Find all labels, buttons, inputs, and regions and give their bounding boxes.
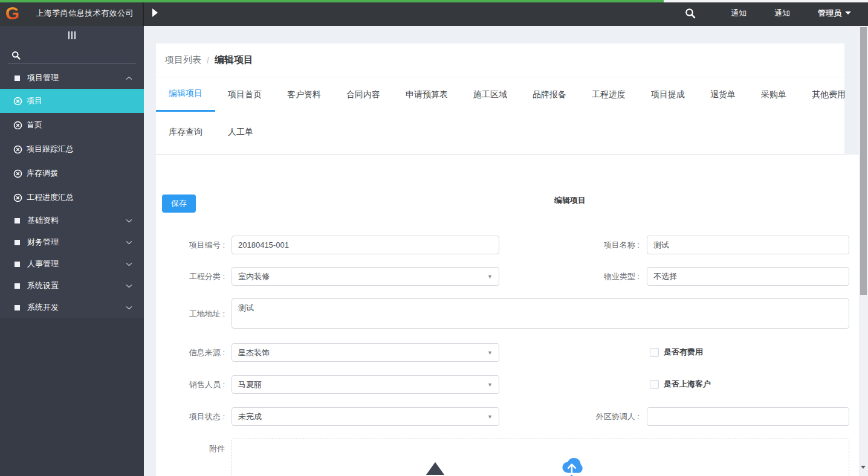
tab-project-commission[interactable]: 项目提成 (638, 77, 698, 112)
tab-other-fees[interactable]: 其他费用 (799, 77, 858, 112)
user-menu[interactable]: 管理员 (818, 8, 851, 19)
tab-brand-filing[interactable]: 品牌报备 (520, 77, 579, 112)
circle-x-icon (13, 97, 22, 106)
property-type-label: 物业类型 : (572, 267, 640, 286)
brand-area[interactable]: G 上海季尚信息技术有效公司 (0, 0, 144, 26)
tab-construction-area[interactable]: 施工区域 (461, 77, 520, 112)
checkbox-icon (650, 348, 659, 357)
tab-project-progress[interactable]: 工程进度 (579, 77, 638, 112)
sidebar-expand-play-icon[interactable] (152, 8, 158, 17)
tab-project-home[interactable]: 项目首页 (215, 77, 274, 112)
sidebar-item-label: 库存调拨 (27, 168, 58, 179)
sales-person-label: 销售人员 : (156, 375, 225, 394)
tab-edit-project[interactable]: 编辑项目 (156, 77, 215, 112)
sidebar-section-system-development[interactable]: 系统开发 (0, 297, 144, 318)
breadcrumb-parent[interactable]: 项目列表 (165, 54, 201, 66)
chevron-down-icon (126, 219, 132, 223)
info-source-value: 星杰装饰 (238, 347, 487, 358)
tab-labor-order[interactable]: 人工单 (215, 112, 266, 155)
chevron-down-icon: ▼ (487, 414, 493, 420)
project-name-label: 项目名称 : (572, 236, 640, 254)
user-menu-label: 管理员 (818, 8, 841, 19)
sidebar-section-hr-management[interactable]: 人事管理 (0, 253, 144, 275)
topbar-actions: 通知 通知 管理员 (685, 0, 868, 26)
square-icon (15, 305, 20, 310)
tab-return-order[interactable]: 退货单 (698, 77, 748, 112)
property-type-select[interactable]: 不选择 (647, 267, 849, 286)
sidebar-item-project[interactable]: 项目 (0, 89, 144, 113)
tab-budget-request[interactable]: 申请预算表 (393, 77, 461, 112)
sidebar-item-label: 首页 (27, 120, 42, 130)
cloud-upload-icon[interactable] (557, 454, 587, 476)
sales-person-select[interactable]: 马夏丽 ▼ (232, 375, 499, 394)
project-name-input[interactable] (647, 236, 849, 254)
sidebar-footer (0, 318, 144, 476)
sidebar-item-inventory-transfer[interactable]: 库存调拨 (0, 161, 144, 185)
vertical-scrollbar[interactable] (859, 26, 868, 476)
search-icon (11, 51, 21, 60)
tab-inventory-query[interactable]: 库存查询 (156, 112, 215, 155)
tabs-row-2: 库存查询人工单 (156, 112, 844, 155)
attachment-label: 附件 (156, 443, 225, 454)
square-icon (15, 262, 20, 267)
page-title: 编辑项目 (215, 54, 253, 66)
chevron-down-icon: ▼ (487, 350, 493, 356)
company-name: 上海季尚信息技术有效公司 (36, 8, 134, 19)
property-type-value: 不选择 (653, 271, 843, 282)
tab-contract-content[interactable]: 合同内容 (334, 77, 393, 112)
chevron-down-icon (845, 11, 851, 14)
search-icon[interactable] (685, 8, 696, 19)
chevron-down-icon (126, 284, 132, 288)
chevron-down-icon (126, 240, 132, 245)
tabs-row-1: 编辑项目项目首页客户资料合同内容申请预算表施工区域品牌报备工程进度项目提成退货单… (156, 77, 844, 112)
sidebar-item-progress-summary[interactable]: 工程进度汇总 (0, 185, 144, 210)
attachment-dropzone[interactable] (232, 439, 849, 476)
sidebar-item-home[interactable]: 首页 (0, 113, 144, 137)
edit-project-form: 保存 编辑项目 项目编号 : 项目名称 : 工程分类 : 室内装修 ▼ 物业类型… (156, 155, 859, 476)
square-icon (15, 76, 20, 81)
outer-coordinator-label: 外区协调人 : (572, 407, 640, 426)
project-category-select[interactable]: 室内装修 ▼ (232, 267, 499, 286)
has-fee-label: 是否有费用 (664, 347, 703, 358)
outer-coordinator-input[interactable] (647, 407, 849, 426)
sidebar-section-label: 项目管理 (27, 72, 59, 83)
has-fee-checkbox[interactable]: 是否有费用 (650, 347, 703, 358)
sidebar-section-label: 财务管理 (27, 237, 59, 248)
sidebar-item-label: 工程进度汇总 (27, 192, 74, 203)
project-status-select[interactable]: 未完成 ▼ (232, 407, 499, 426)
tab-customer-info[interactable]: 客户资料 (274, 77, 334, 112)
info-source-select[interactable]: 星杰装饰 ▼ (232, 343, 499, 362)
tab-purchase-order[interactable]: 采购单 (748, 77, 799, 112)
chevron-down-icon: ▼ (487, 382, 493, 388)
scrollbar-thumb[interactable] (860, 27, 867, 295)
scroll-to-top-icon[interactable] (426, 462, 444, 475)
chevron-down-icon: ▼ (487, 274, 493, 280)
circle-x-icon (13, 145, 22, 154)
sidebar-section-finance-management[interactable]: 财务管理 (0, 231, 144, 253)
project-no-label: 项目编号 : (156, 236, 225, 254)
form-panel-title: 编辑项目 (528, 195, 612, 206)
chevron-down-icon (126, 306, 132, 310)
page-load-progress-track (0, 0, 868, 2)
sidebar-section-system-settings[interactable]: 系统设置 (0, 275, 144, 297)
save-button[interactable]: 保存 (162, 195, 196, 213)
square-icon (15, 283, 20, 289)
sidebar-section-label: 系统开发 (27, 302, 59, 313)
sidebar-item-project-tracking-summary[interactable]: 项目跟踪汇总 (0, 137, 144, 161)
notification-link-1[interactable]: 通知 (731, 8, 747, 19)
checkbox-icon (650, 380, 659, 389)
sidebar-collapse-icon[interactable] (0, 26, 144, 44)
project-category-label: 工程分类 : (156, 267, 225, 286)
scrollbar-down-arrow-icon[interactable] (861, 466, 866, 469)
sidebar-search-input[interactable] (8, 46, 136, 63)
notification-link-2[interactable]: 通知 (774, 8, 790, 19)
sidebar-section-basic-data[interactable]: 基础资料 (0, 210, 144, 231)
chevron-down-icon (126, 262, 132, 266)
sidebar: 项目管理项目首页项目跟踪汇总库存调拨工程进度汇总基础资料财务管理人事管理系统设置… (0, 26, 144, 476)
is-shanghai-customer-checkbox[interactable]: 是否上海客户 (650, 379, 711, 390)
sidebar-section-project-management[interactable]: 项目管理 (0, 67, 144, 89)
circle-x-icon (13, 193, 22, 202)
project-no-input[interactable] (232, 236, 499, 254)
topbar: G 上海季尚信息技术有效公司 通知 通知 管理员 (0, 0, 868, 26)
site-address-textarea[interactable]: 测试 (232, 298, 849, 329)
